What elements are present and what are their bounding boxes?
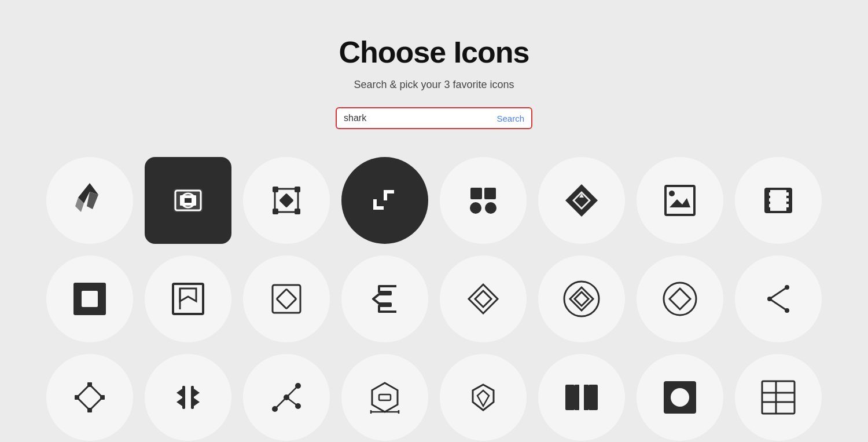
svg-rect-13 <box>295 187 300 192</box>
search-container: Search <box>336 107 532 129</box>
svg-marker-45 <box>180 288 196 301</box>
svg-rect-36 <box>769 192 771 196</box>
icon-cell-diamond-frame[interactable] <box>243 255 330 342</box>
icon-cell-origami[interactable] <box>46 157 133 244</box>
icon-cell-column-pipe[interactable] <box>145 354 231 441</box>
svg-rect-38 <box>769 204 771 207</box>
svg-line-76 <box>286 386 298 397</box>
svg-rect-12 <box>273 187 278 192</box>
svg-marker-50 <box>469 284 498 313</box>
svg-rect-39 <box>786 192 789 196</box>
svg-rect-10 <box>180 203 196 206</box>
icon-cell-resize-diamond[interactable] <box>46 354 133 441</box>
svg-rect-15 <box>295 209 300 214</box>
icons-grid <box>46 157 822 441</box>
svg-marker-69 <box>194 389 200 397</box>
icon-cell-camera[interactable] <box>145 157 231 244</box>
svg-marker-70 <box>194 398 200 406</box>
svg-rect-40 <box>786 198 789 202</box>
svg-rect-63 <box>75 395 79 400</box>
svg-point-24 <box>470 202 481 214</box>
svg-rect-62 <box>87 408 92 412</box>
svg-marker-78 <box>372 383 398 412</box>
svg-marker-60 <box>77 385 102 410</box>
svg-point-58 <box>767 297 772 301</box>
search-input[interactable] <box>344 113 492 123</box>
svg-point-49 <box>466 282 501 316</box>
svg-rect-48 <box>277 289 296 309</box>
icon-cell-shield-drop[interactable] <box>440 354 527 441</box>
icon-cell-film-strip[interactable] <box>735 157 822 244</box>
svg-marker-67 <box>176 389 182 397</box>
icon-cell-hexagon-measure[interactable] <box>341 354 428 441</box>
svg-rect-9 <box>180 195 196 198</box>
svg-rect-23 <box>484 188 496 199</box>
search-button[interactable]: Search <box>496 114 524 123</box>
svg-marker-1 <box>87 192 98 209</box>
svg-point-32 <box>669 191 675 196</box>
icon-cell-circle-square-dark[interactable] <box>637 354 723 441</box>
icon-cell-grid-lines[interactable] <box>735 354 822 441</box>
svg-rect-64 <box>100 395 105 400</box>
icon-cell-scatter-plot[interactable] <box>243 354 330 441</box>
icon-cell-diamond-arrow[interactable] <box>538 157 625 244</box>
svg-rect-85 <box>565 385 575 410</box>
svg-rect-66 <box>191 386 194 409</box>
page-subtitle: Search & pick your 3 favorite icons <box>354 79 514 91</box>
icon-cell-square-cutout[interactable] <box>46 255 133 342</box>
icon-cell-diamond-outline[interactable] <box>440 255 527 342</box>
icon-cell-columns-bold[interactable] <box>538 354 625 441</box>
svg-rect-37 <box>769 198 771 202</box>
svg-rect-43 <box>82 291 98 307</box>
svg-rect-14 <box>273 209 278 214</box>
icon-cell-image-grid[interactable] <box>637 157 723 244</box>
icon-cell-circle-diamond-outline[interactable] <box>637 255 723 342</box>
page-title: Choose Icons <box>339 35 529 70</box>
svg-line-75 <box>275 397 286 409</box>
svg-rect-79 <box>379 394 391 400</box>
svg-point-90 <box>671 388 689 407</box>
svg-marker-68 <box>176 398 182 406</box>
svg-marker-51 <box>475 291 491 307</box>
icon-cell-flag-square[interactable] <box>145 255 231 342</box>
svg-marker-54 <box>575 292 589 306</box>
svg-point-57 <box>785 285 789 290</box>
svg-rect-61 <box>87 382 92 387</box>
icon-cell-diamond-select[interactable] <box>243 157 330 244</box>
svg-rect-21 <box>384 190 394 193</box>
icon-cell-grid-dots[interactable] <box>440 157 527 244</box>
svg-marker-84 <box>477 390 489 406</box>
svg-rect-22 <box>470 188 482 199</box>
svg-rect-30 <box>665 186 694 215</box>
icon-cell-bracket-c[interactable] <box>341 255 428 342</box>
svg-rect-88 <box>584 385 589 410</box>
svg-marker-56 <box>670 288 690 309</box>
svg-rect-65 <box>182 386 185 409</box>
icon-cell-less-than-points[interactable] <box>735 255 822 342</box>
svg-rect-16 <box>279 193 293 207</box>
svg-rect-41 <box>786 204 789 207</box>
svg-point-25 <box>485 202 496 214</box>
svg-marker-31 <box>670 198 690 207</box>
svg-rect-86 <box>589 385 598 410</box>
svg-rect-87 <box>575 385 579 410</box>
svg-rect-19 <box>373 206 384 210</box>
icon-cell-circle-diamond[interactable] <box>538 255 625 342</box>
svg-line-77 <box>286 397 298 406</box>
icon-cell-corner-logo[interactable] <box>341 157 428 244</box>
svg-rect-91 <box>762 381 795 414</box>
svg-point-59 <box>785 308 789 313</box>
